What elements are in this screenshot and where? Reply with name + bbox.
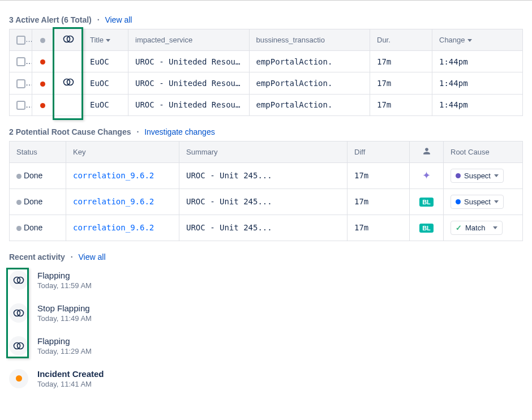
row-biz: empPortalAction. bbox=[249, 94, 370, 115]
col-biz[interactable]: bussiness_transactio bbox=[249, 29, 370, 51]
row-dur: 17m bbox=[370, 51, 432, 72]
row-summary: UROC - Unit 245... bbox=[179, 215, 347, 241]
row-flap-cell bbox=[54, 51, 83, 72]
activity-title: Flapping bbox=[37, 271, 92, 280]
status-dot-red-icon bbox=[40, 82, 45, 87]
row-root[interactable]: Suspect bbox=[444, 188, 523, 215]
col-key[interactable]: Key bbox=[66, 141, 179, 162]
col-diff[interactable]: Diff bbox=[347, 141, 410, 162]
root-causes-header-row: Status Key Summary Diff Root Cause bbox=[10, 141, 523, 162]
activity-item[interactable]: FlappingToday, 11:29 AM bbox=[9, 332, 523, 365]
checkbox-icon[interactable] bbox=[16, 57, 25, 66]
check-icon: ✓ bbox=[456, 224, 462, 232]
row-key[interactable]: correlation_9.6.2 bbox=[66, 162, 179, 188]
row-status-dot bbox=[32, 51, 54, 72]
activity-icon bbox=[9, 303, 28, 323]
status-dot-red-icon bbox=[40, 59, 45, 65]
root-cause-dropdown[interactable]: Suspect bbox=[451, 169, 504, 183]
col-title[interactable]: Title bbox=[83, 29, 128, 51]
row-flap-cell bbox=[54, 94, 83, 115]
activity-text: Incident CreatedToday, 11:41 AM bbox=[37, 369, 104, 388]
row-status: Done bbox=[10, 215, 66, 241]
row-summary: UROC - Unit 245... bbox=[179, 188, 347, 215]
checkbox-icon[interactable] bbox=[16, 79, 25, 88]
chevron-down-icon bbox=[106, 39, 110, 42]
activity-time: Today, 11:49 AM bbox=[37, 314, 92, 323]
dot-icon bbox=[456, 199, 461, 204]
row-root[interactable]: Suspect bbox=[444, 162, 523, 188]
col-summary[interactable]: Summary bbox=[179, 141, 347, 162]
table-row[interactable]: EuOCUROC - Uniteded Resource...empPortal… bbox=[10, 94, 523, 115]
col-dot bbox=[32, 29, 54, 51]
root-cause-dropdown[interactable]: Suspect bbox=[451, 195, 504, 209]
row-dur: 17m bbox=[370, 94, 432, 115]
row-biz: empPortalAction. bbox=[249, 51, 370, 72]
status-dot-icon bbox=[16, 200, 22, 205]
activity-wrap: FlappingToday, 11:59 AMStop FlappingToda… bbox=[9, 266, 523, 397]
overlap-circles-icon bbox=[13, 342, 24, 350]
root-cause-dropdown[interactable]: ✓Match bbox=[451, 221, 503, 235]
row-flap-cell bbox=[54, 72, 83, 94]
row-summary: UROC - Unit 245... bbox=[179, 162, 347, 188]
activity-item[interactable]: FlappingToday, 11:59 AM bbox=[9, 266, 523, 299]
row-title: EuOC bbox=[83, 72, 128, 94]
row-title: EuOC bbox=[83, 51, 128, 72]
activity-title: Incident Created bbox=[37, 369, 104, 379]
activity-icon bbox=[9, 369, 28, 388]
col-flap-icon bbox=[54, 29, 83, 51]
row-checkbox[interactable] bbox=[10, 94, 32, 115]
table-row[interactable]: Donecorrelation_9.6.2UROC - Unit 245...1… bbox=[10, 188, 523, 215]
investigate-changes-link[interactable]: Investigate changes bbox=[144, 127, 215, 136]
activity-item[interactable]: Stop FlappingToday, 11:49 AM bbox=[9, 299, 523, 332]
col-dur[interactable]: Dur. bbox=[370, 29, 432, 51]
activity-icon bbox=[9, 336, 28, 355]
alerts-view-all-link[interactable]: View all bbox=[105, 15, 132, 24]
root-causes-table: Status Key Summary Diff Root Cause Donec… bbox=[9, 141, 523, 241]
row-checkbox[interactable] bbox=[10, 51, 32, 72]
col-status[interactable]: Status bbox=[10, 141, 66, 162]
overlap-circles-icon bbox=[13, 276, 24, 284]
col-checkbox[interactable] bbox=[10, 29, 32, 51]
table-row[interactable]: Donecorrelation_9.6.2UROC - Unit 245...1… bbox=[10, 162, 523, 188]
row-checkbox[interactable] bbox=[10, 72, 32, 94]
checkbox-icon[interactable] bbox=[16, 101, 25, 110]
recent-activity-title: Recent activity bbox=[9, 252, 65, 262]
col-impacted[interactable]: impacted_service bbox=[128, 29, 250, 51]
user-icon bbox=[423, 147, 431, 155]
col-root[interactable]: Root Cause bbox=[444, 141, 523, 162]
chevron-down-icon bbox=[494, 174, 499, 177]
row-impacted: UROC - Uniteded Resource... bbox=[128, 51, 250, 72]
root-causes-title: 2 Potential Root Cause Changes bbox=[9, 127, 131, 136]
checkbox-icon[interactable] bbox=[16, 36, 25, 45]
activity-item[interactable]: Incident CreatedToday, 11:41 AM bbox=[9, 365, 523, 397]
row-root[interactable]: ✓Match bbox=[444, 215, 523, 241]
activity-time: Today, 11:41 AM bbox=[37, 380, 104, 388]
activity-icon bbox=[9, 271, 28, 290]
table-row[interactable]: EuOCUROC - Uniteded Resource...empPortal… bbox=[10, 51, 523, 72]
chevron-down-icon bbox=[493, 226, 497, 229]
row-key[interactable]: correlation_9.6.2 bbox=[66, 188, 179, 215]
alerts-table: Title impacted_service bussiness_transac… bbox=[9, 29, 523, 116]
alerts-title: 3 Active Alert (6 Total) bbox=[9, 15, 92, 24]
activity-view-all-link[interactable]: View all bbox=[79, 252, 106, 262]
row-diff: 17m bbox=[347, 162, 410, 188]
table-row[interactable]: Donecorrelation_9.6.2UROC - Unit 245...1… bbox=[10, 215, 523, 241]
status-dot-icon bbox=[40, 38, 45, 43]
alerts-header-row: Title impacted_service bussiness_transac… bbox=[10, 29, 523, 51]
orange-dot-icon bbox=[16, 375, 22, 382]
activity-text: FlappingToday, 11:29 AM bbox=[37, 336, 92, 355]
overlap-circles-icon bbox=[13, 309, 24, 317]
table-row[interactable]: EuOCUROC - Uniteded Resource...empPortal… bbox=[10, 72, 523, 94]
row-key[interactable]: correlation_9.6.2 bbox=[66, 215, 179, 241]
row-change: 1:44pm bbox=[432, 94, 523, 115]
activity-time: Today, 11:59 AM bbox=[37, 281, 92, 290]
activity-title: Flapping bbox=[37, 336, 92, 346]
row-diff: 17m bbox=[347, 188, 410, 215]
row-status-dot bbox=[32, 94, 54, 115]
col-change[interactable]: Change bbox=[432, 29, 523, 51]
row-title: EuOC bbox=[83, 94, 128, 115]
sparkle-icon: ✦ bbox=[422, 170, 431, 181]
activity-text: FlappingToday, 11:59 AM bbox=[37, 271, 92, 290]
row-biz: empPortalAction. bbox=[249, 72, 370, 94]
alerts-table-wrap: Title impacted_service bussiness_transac… bbox=[9, 29, 523, 116]
